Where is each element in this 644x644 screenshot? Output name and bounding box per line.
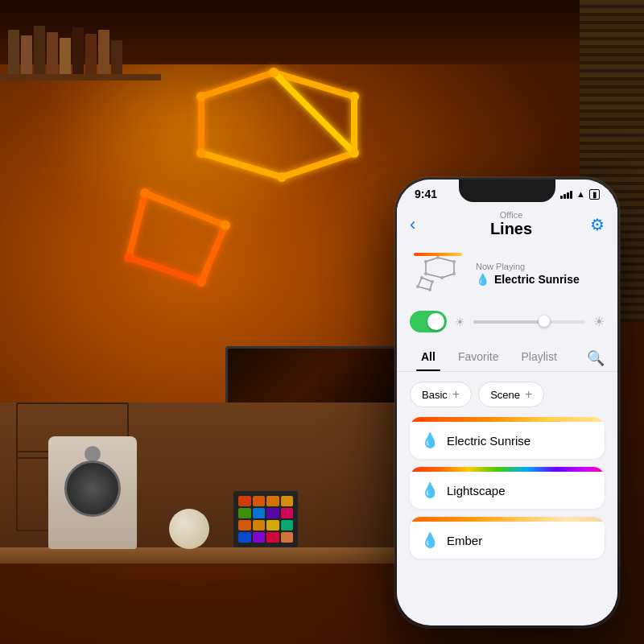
category-scene[interactable]: Scene + xyxy=(478,382,544,407)
svg-point-14 xyxy=(349,92,359,101)
basic-plus-icon: + xyxy=(452,387,460,402)
scene-info-lightscape: 💧 Lightscape xyxy=(410,472,605,509)
droplet-icon: 💧 xyxy=(476,273,489,286)
svg-line-23 xyxy=(426,258,438,262)
svg-point-35 xyxy=(452,260,456,263)
svg-line-31 xyxy=(418,287,430,290)
svg-line-0 xyxy=(201,72,274,97)
nav-header: ‹ Office Lines ⚙ xyxy=(397,204,617,242)
speaker xyxy=(48,436,137,549)
phone-screen: 9:41 ▲ ▮ ‹ Off xyxy=(397,180,617,625)
svg-point-37 xyxy=(440,276,444,279)
tabs-row: All Favorite Playlist 🔍 xyxy=(397,337,617,372)
svg-line-24 xyxy=(438,258,454,262)
svg-point-42 xyxy=(416,285,419,288)
scene-drop-icon-1: 💧 xyxy=(421,481,439,499)
svg-line-11 xyxy=(129,193,145,258)
tab-favorite[interactable]: Favorite xyxy=(447,345,510,371)
controls-row: ☀ ☀ xyxy=(397,306,617,337)
svg-point-36 xyxy=(452,272,456,275)
phone-notch xyxy=(459,180,555,202)
svg-line-3 xyxy=(282,153,354,177)
svg-point-39 xyxy=(420,276,423,279)
status-time: 9:41 xyxy=(415,188,437,200)
scene-title-0: Electric Sunrise xyxy=(447,434,530,448)
device-icon xyxy=(410,250,466,298)
back-button[interactable]: ‹ xyxy=(410,214,432,235)
device-preview: Now Playing 💧 Electric Sunrise xyxy=(397,242,617,306)
scene-card-lightscape[interactable]: 💧 Lightscape xyxy=(410,467,605,509)
brightness-knob xyxy=(539,316,550,327)
brightness-high-icon: ☀ xyxy=(593,314,605,329)
toggle-knob xyxy=(427,313,444,330)
status-icons: ▲ ▮ xyxy=(560,189,600,200)
brightness-low-icon: ☀ xyxy=(455,316,465,328)
svg-line-8 xyxy=(145,193,225,225)
svg-point-20 xyxy=(196,277,206,287)
svg-point-15 xyxy=(349,148,359,158)
wifi-icon: ▲ xyxy=(576,189,585,199)
scene-card-electric-sunrise[interactable]: 💧 Electric Sunrise xyxy=(410,417,605,459)
scene-info-electric-sunrise: 💧 Electric Sunrise xyxy=(410,422,605,459)
scene-info-ember: 💧 Ember xyxy=(410,522,605,559)
svg-point-33 xyxy=(424,260,427,263)
nav-title-area: Office Lines xyxy=(490,210,532,238)
scene-title-1: Lightscape xyxy=(447,484,506,497)
svg-point-40 xyxy=(431,280,434,283)
tab-all[interactable]: All xyxy=(410,345,447,371)
launchpad xyxy=(233,491,298,547)
brightness-slider[interactable] xyxy=(473,320,585,324)
now-playing-area: Now Playing 💧 Electric Sunrise xyxy=(476,262,605,286)
scene-plus-icon: + xyxy=(525,387,532,402)
svg-line-26 xyxy=(442,274,454,278)
battery-icon: ▮ xyxy=(589,189,600,200)
phone-frame: 9:41 ▲ ▮ ‹ Off xyxy=(394,177,620,628)
svg-point-34 xyxy=(436,256,440,259)
svg-point-13 xyxy=(269,68,279,77)
svg-line-29 xyxy=(422,278,432,282)
nav-subtitle: Office xyxy=(490,210,532,220)
svg-point-16 xyxy=(277,172,287,182)
svg-rect-22 xyxy=(414,253,462,256)
svg-point-17 xyxy=(196,148,206,158)
scene-drop-icon-0: 💧 xyxy=(421,431,439,449)
svg-point-21 xyxy=(124,253,134,262)
tab-playlist[interactable]: Playlist xyxy=(510,345,568,371)
phone: 9:41 ▲ ▮ ‹ Off xyxy=(394,177,620,628)
scene-drop-icon-2: 💧 xyxy=(421,531,439,549)
categories-row: Basic + Scene + xyxy=(397,372,617,417)
svg-point-41 xyxy=(428,288,431,291)
smart-speaker xyxy=(169,509,209,549)
current-scene-name: 💧 Electric Sunrise xyxy=(476,273,605,286)
settings-button[interactable]: ⚙ xyxy=(590,215,605,234)
category-basic[interactable]: Basic + xyxy=(410,382,472,407)
svg-point-12 xyxy=(196,92,206,101)
scene-card-ember[interactable]: 💧 Ember xyxy=(410,517,605,559)
svg-point-19 xyxy=(221,221,230,230)
now-playing-label: Now Playing xyxy=(476,262,605,271)
svg-line-9 xyxy=(201,225,225,282)
scene-title-2: Ember xyxy=(447,534,482,547)
svg-line-6 xyxy=(201,153,282,177)
search-icon[interactable]: 🔍 xyxy=(587,349,605,367)
svg-line-10 xyxy=(129,258,201,282)
nanoleaf-lines xyxy=(64,48,386,306)
power-toggle[interactable] xyxy=(410,311,447,332)
svg-point-38 xyxy=(424,272,427,275)
app-content: ‹ Office Lines ⚙ xyxy=(397,204,617,614)
signal-icon xyxy=(560,189,572,199)
svg-point-18 xyxy=(140,188,150,198)
nav-title: Lines xyxy=(490,220,532,238)
svg-line-27 xyxy=(426,274,442,278)
